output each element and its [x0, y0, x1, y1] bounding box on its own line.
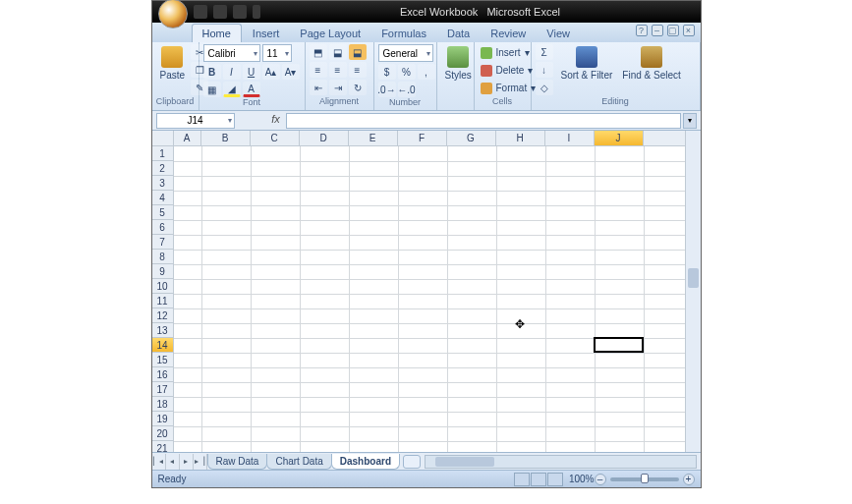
- col-header-I[interactable]: I: [545, 131, 595, 145]
- sheet-nav-prev[interactable]: ◂: [166, 454, 180, 470]
- minimize-icon[interactable]: –: [652, 25, 663, 36]
- redo-icon[interactable]: [233, 5, 247, 19]
- tab-view[interactable]: View: [537, 25, 580, 42]
- increase-decimal-button[interactable]: .0→: [378, 82, 396, 97]
- align-bottom-button[interactable]: ⬓: [349, 44, 367, 60]
- row-header-6[interactable]: 6: [152, 220, 173, 235]
- col-header-F[interactable]: F: [398, 131, 447, 145]
- normal-view-button[interactable]: [514, 473, 530, 486]
- page-break-view-button[interactable]: [547, 473, 563, 486]
- font-color-button[interactable]: A: [243, 82, 260, 97]
- new-sheet-button[interactable]: [403, 455, 421, 469]
- sheet-tab-raw-data[interactable]: Raw Data: [207, 454, 268, 470]
- bold-button[interactable]: B: [203, 64, 221, 80]
- expand-formula-bar[interactable]: ▾: [683, 113, 697, 129]
- align-right-button[interactable]: ≡: [349, 62, 367, 78]
- vscroll-thumb[interactable]: [688, 268, 699, 288]
- align-left-button[interactable]: ≡: [310, 62, 327, 78]
- currency-button[interactable]: $: [378, 64, 396, 80]
- decrease-indent-button[interactable]: ⇤: [310, 80, 327, 95]
- comma-button[interactable]: ,: [418, 64, 435, 80]
- tab-insert[interactable]: Insert: [243, 25, 290, 42]
- increase-indent-button[interactable]: ⇥: [329, 80, 347, 95]
- percent-button[interactable]: %: [398, 64, 416, 80]
- orientation-button[interactable]: ↻: [349, 80, 367, 95]
- row-header-4[interactable]: 4: [152, 191, 173, 205]
- sheet-tab-dashboard[interactable]: Dashboard: [331, 454, 400, 470]
- col-header-E[interactable]: E: [349, 131, 398, 145]
- page-layout-view-button[interactable]: [531, 473, 546, 486]
- row-header-13[interactable]: 13: [152, 323, 173, 338]
- office-button[interactable]: [158, 0, 188, 28]
- decrease-decimal-button[interactable]: ←.0: [398, 82, 416, 97]
- align-top-button[interactable]: ⬒: [310, 44, 327, 60]
- sheet-tab-chart-data[interactable]: Chart Data: [266, 454, 331, 470]
- zoom-in-button[interactable]: +: [683, 474, 695, 485]
- cells-area[interactable]: ✥: [174, 146, 685, 452]
- row-header-14[interactable]: 14: [152, 338, 173, 353]
- tab-data[interactable]: Data: [437, 25, 480, 42]
- row-header-20[interactable]: 20: [152, 426, 173, 441]
- zoom-slider[interactable]: [610, 477, 679, 481]
- row-header-8[interactable]: 8: [152, 250, 173, 264]
- row-header-12[interactable]: 12: [152, 308, 173, 323]
- paste-button[interactable]: Paste: [156, 44, 190, 83]
- col-header-H[interactable]: H: [496, 131, 545, 145]
- save-icon[interactable]: [194, 5, 207, 19]
- fill-color-button[interactable]: ◢: [223, 82, 241, 97]
- align-center-button[interactable]: ≡: [329, 62, 347, 78]
- row-header-11[interactable]: 11: [152, 294, 173, 308]
- font-name-combo[interactable]: Calibri: [203, 44, 260, 62]
- row-header-21[interactable]: 21: [152, 441, 173, 452]
- tab-formulas[interactable]: Formulas: [371, 25, 436, 42]
- active-cell[interactable]: [594, 337, 644, 353]
- help-icon[interactable]: ?: [636, 25, 648, 36]
- col-header-G[interactable]: G: [447, 131, 496, 145]
- insert-cells-button[interactable]: Insert ▾: [479, 45, 532, 61]
- tab-review[interactable]: Review: [481, 25, 536, 42]
- name-box[interactable]: J14: [156, 113, 235, 129]
- zoom-level[interactable]: 100%: [569, 474, 595, 484]
- row-header-15[interactable]: 15: [152, 353, 173, 367]
- col-header-A[interactable]: A: [174, 131, 201, 145]
- find-select-button[interactable]: Find & Select: [618, 44, 684, 83]
- shrink-font-button[interactable]: A▾: [282, 64, 300, 80]
- select-all-corner[interactable]: [152, 131, 174, 146]
- row-header-1[interactable]: 1: [152, 146, 173, 161]
- undo-icon[interactable]: [213, 5, 227, 19]
- row-header-19[interactable]: 19: [152, 412, 173, 426]
- restore-icon[interactable]: ▢: [667, 25, 679, 36]
- row-header-18[interactable]: 18: [152, 397, 173, 412]
- format-cells-button[interactable]: Format ▾: [479, 81, 539, 96]
- formula-input[interactable]: [286, 113, 681, 129]
- delete-cells-button[interactable]: Delete ▾: [479, 63, 536, 79]
- fx-button[interactable]: fx: [268, 113, 284, 129]
- hscroll-thumb[interactable]: [435, 457, 494, 467]
- sheet-nav-last[interactable]: ▸▕: [194, 454, 207, 470]
- clear-button[interactable]: ◇: [536, 80, 553, 95]
- autosum-button[interactable]: Σ: [536, 44, 553, 60]
- row-header-7[interactable]: 7: [152, 235, 173, 250]
- number-format-combo[interactable]: General: [378, 44, 433, 62]
- align-middle-button[interactable]: ⬓: [329, 44, 347, 60]
- close-icon[interactable]: ×: [683, 25, 695, 36]
- row-header-16[interactable]: 16: [152, 367, 173, 382]
- vertical-scrollbar[interactable]: [685, 131, 701, 452]
- tab-page-layout[interactable]: Page Layout: [290, 25, 370, 42]
- row-header-2[interactable]: 2: [152, 161, 173, 176]
- sheet-nav-next[interactable]: ▸: [180, 454, 194, 470]
- horizontal-scrollbar[interactable]: [425, 455, 697, 469]
- borders-button[interactable]: ▦: [203, 82, 221, 97]
- underline-button[interactable]: U: [243, 64, 260, 80]
- row-header-17[interactable]: 17: [152, 382, 173, 397]
- qat-customize-icon[interactable]: [253, 5, 260, 19]
- zoom-thumb[interactable]: [641, 474, 649, 483]
- row-header-5[interactable]: 5: [152, 205, 173, 220]
- grow-font-button[interactable]: A▴: [262, 64, 280, 80]
- sort-filter-button[interactable]: Sort & Filter: [557, 44, 617, 83]
- col-header-J[interactable]: J: [595, 131, 644, 145]
- sheet-nav-first[interactable]: ▏◂: [152, 454, 166, 470]
- fill-button[interactable]: ↓: [536, 62, 553, 78]
- cell-styles-button[interactable]: Styles: [441, 44, 476, 83]
- italic-button[interactable]: I: [223, 64, 241, 80]
